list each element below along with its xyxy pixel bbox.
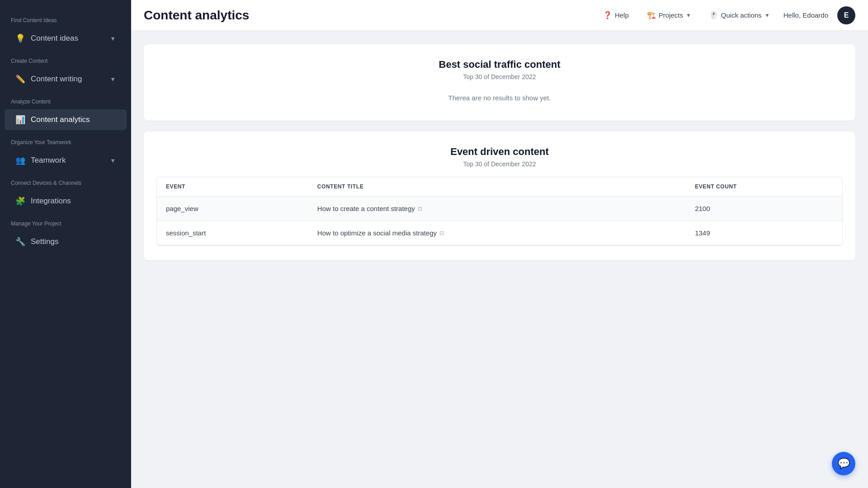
sidebar-item-label: Teamwork — [31, 156, 104, 165]
content-ideas-chevron-icon: ▼ — [110, 35, 116, 42]
sidebar-section-label: Manage Your Project — [0, 212, 131, 230]
table-row: page_viewHow to create a content strateg… — [157, 197, 842, 221]
content-title-link[interactable]: How to create a content strategy ⊡ — [317, 205, 422, 212]
cell-event-count: 1349 — [686, 221, 842, 245]
table-body: page_viewHow to create a content strateg… — [157, 197, 842, 245]
sidebar-item-teamwork[interactable]: 👥Teamwork▼ — [5, 150, 127, 171]
sidebar-section-label: Find Content Ideas — [0, 9, 131, 27]
external-link-icon: ⊡ — [439, 230, 444, 236]
external-link-icon: ⊡ — [418, 206, 422, 212]
help-button[interactable]: ❓ Help — [599, 8, 633, 22]
sidebar-item-content-analytics[interactable]: 📊Content analytics — [5, 109, 127, 130]
cell-event: page_view — [157, 197, 308, 221]
teamwork-chevron-icon: ▼ — [110, 157, 116, 164]
content-writing-icon: ✏️ — [15, 74, 25, 84]
chat-bubble-button[interactable]: 💬 — [832, 452, 855, 475]
sidebar-item-label: Content writing — [31, 75, 104, 84]
content-title-link[interactable]: How to optimize a social media strategy … — [317, 229, 444, 237]
main-panel: Content analytics ❓ Help 🏗️ Projects ▼ 🖱… — [131, 0, 868, 488]
table-row: session_startHow to optimize a social me… — [157, 221, 842, 245]
social-traffic-card: Best social traffic content Top 30 of De… — [144, 44, 855, 121]
col-event-count: EVENT COUNT — [686, 177, 842, 197]
projects-icon: 🏗️ — [647, 11, 656, 19]
quick-actions-button[interactable]: 🖱️ Quick actions ▼ — [705, 8, 774, 22]
header: Content analytics ❓ Help 🏗️ Projects ▼ 🖱… — [131, 0, 868, 31]
social-traffic-title: Best social traffic content — [156, 59, 843, 70]
event-table: EVENT CONTENT TITLE EVENT COUNT page_vie… — [157, 177, 842, 245]
sidebar: Find Content Ideas💡Content ideas▼Create … — [0, 0, 131, 488]
sidebar-section-label: Analyze Content — [0, 90, 131, 108]
sidebar-item-label: Settings — [31, 237, 116, 246]
event-table-wrapper: EVENT CONTENT TITLE EVENT COUNT page_vie… — [156, 177, 843, 246]
content-writing-chevron-icon: ▼ — [110, 76, 116, 83]
header-actions: ❓ Help 🏗️ Projects ▼ 🖱️ Quick actions ▼ … — [599, 6, 855, 24]
sidebar-item-content-ideas[interactable]: 💡Content ideas▼ — [5, 28, 127, 49]
sidebar-item-integrations[interactable]: 🧩Integrations — [5, 191, 127, 211]
page-title: Content analytics — [144, 8, 590, 23]
sidebar-item-content-writing[interactable]: ✏️Content writing▼ — [5, 69, 127, 89]
col-content-title: CONTENT TITLE — [308, 177, 686, 197]
cell-event-count: 2100 — [686, 197, 842, 221]
table-header: EVENT CONTENT TITLE EVENT COUNT — [157, 177, 842, 197]
chat-icon: 💬 — [838, 458, 850, 469]
social-traffic-subtitle: Top 30 of December 2022 — [156, 73, 843, 80]
settings-icon: 🔧 — [15, 237, 25, 247]
content-ideas-icon: 💡 — [15, 33, 25, 43]
cell-event: session_start — [157, 221, 308, 245]
greeting-text: Hello, Edoardo — [783, 11, 828, 19]
cell-content-title: How to create a content strategy ⊡ — [308, 197, 686, 221]
content-area: Best social traffic content Top 30 of De… — [131, 31, 868, 488]
avatar[interactable]: E — [837, 6, 855, 24]
projects-button[interactable]: 🏗️ Projects ▼ — [642, 8, 696, 22]
sidebar-section-label: Organize Your Teamwork — [0, 131, 131, 149]
cell-content-title: How to optimize a social media strategy … — [308, 221, 686, 245]
help-icon: ❓ — [603, 11, 612, 19]
event-driven-title: Event driven content — [156, 146, 843, 158]
col-event: EVENT — [157, 177, 308, 197]
sidebar-section-label: Create Content — [0, 50, 131, 68]
event-driven-subtitle: Top 30 of December 2022 — [156, 160, 843, 168]
cursor-icon: 🖱️ — [709, 11, 718, 19]
projects-chevron-icon: ▼ — [686, 12, 691, 19]
sidebar-item-label: Integrations — [31, 197, 116, 206]
event-table-scroll[interactable]: EVENT CONTENT TITLE EVENT COUNT page_vie… — [157, 177, 842, 245]
sidebar-section-label: Connect Devices & Channels — [0, 172, 131, 190]
content-analytics-icon: 📊 — [15, 115, 25, 125]
sidebar-item-settings[interactable]: 🔧Settings — [5, 231, 127, 252]
sidebar-item-label: Content analytics — [31, 115, 116, 124]
integrations-icon: 🧩 — [15, 196, 25, 206]
event-driven-card: Event driven content Top 30 of December … — [144, 131, 855, 260]
quick-actions-chevron-icon: ▼ — [764, 12, 770, 19]
teamwork-icon: 👥 — [15, 155, 25, 165]
sidebar-item-label: Content ideas — [31, 34, 104, 43]
no-results-text: Therea are no results to show yet. — [156, 89, 843, 106]
